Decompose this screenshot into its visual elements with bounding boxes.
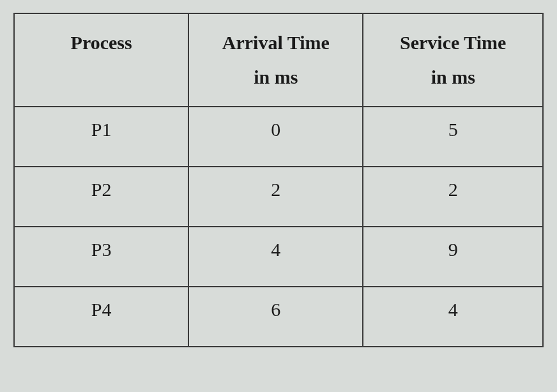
table-row: P4 6 4 xyxy=(14,287,543,347)
header-arrival: Arrival Time in ms xyxy=(188,13,363,107)
cell-process: P2 xyxy=(14,167,188,227)
header-service-line2: in ms xyxy=(431,66,475,87)
header-process: Process xyxy=(14,13,188,107)
cell-process: P3 xyxy=(14,227,188,287)
table-header-row: Process Arrival Time in ms Service Time … xyxy=(14,13,543,107)
header-arrival-line2: in ms xyxy=(254,66,298,87)
cell-arrival: 0 xyxy=(188,107,363,167)
header-service-line1: Service Time xyxy=(400,32,506,53)
cell-service: 5 xyxy=(363,107,543,167)
cell-arrival: 4 xyxy=(188,227,363,287)
cell-service: 2 xyxy=(363,167,543,227)
cell-arrival: 6 xyxy=(188,287,363,347)
process-table: Process Arrival Time in ms Service Time … xyxy=(13,13,544,347)
table-row: P1 0 5 xyxy=(14,107,543,167)
header-arrival-line1: Arrival Time xyxy=(222,32,330,53)
header-process-line1: Process xyxy=(71,32,132,53)
cell-process: P4 xyxy=(14,287,188,347)
header-service: Service Time in ms xyxy=(363,13,543,107)
cell-service: 4 xyxy=(363,287,543,347)
cell-service: 9 xyxy=(363,227,543,287)
table-row: P3 4 9 xyxy=(14,227,543,287)
table-row: P2 2 2 xyxy=(14,167,543,227)
cell-arrival: 2 xyxy=(188,167,363,227)
cell-process: P1 xyxy=(14,107,188,167)
